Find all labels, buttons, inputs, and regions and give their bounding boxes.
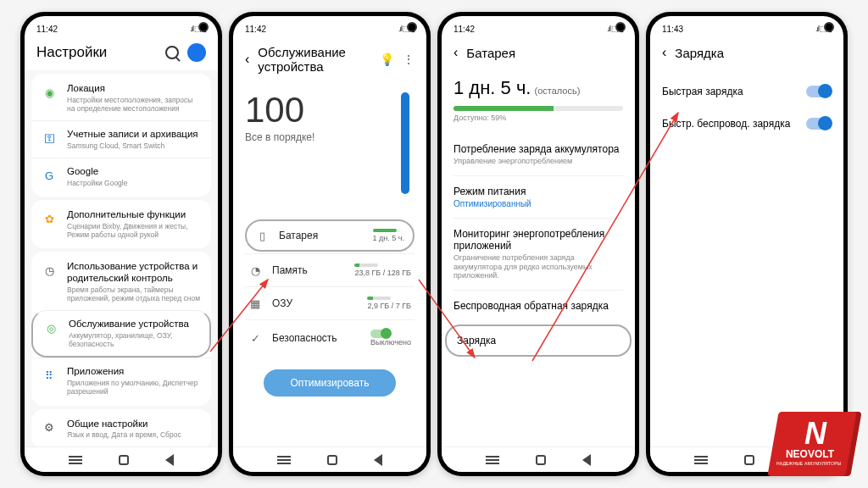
settings-row[interactable]: GGoogleНастройки Google	[31, 158, 211, 195]
more-icon[interactable]: ⋮	[403, 53, 415, 66]
recent-button[interactable]	[486, 459, 499, 461]
battery-remaining: 1 дн. 5 ч.(осталось)	[453, 77, 623, 99]
settings-row[interactable]: ◷Использование устройства и родительский…	[31, 253, 211, 310]
battery-item[interactable]: Потребление заряда аккумулятораУправлени…	[453, 134, 623, 175]
status-bar: 11:42 .ıl ⬚ ▮	[233, 16, 426, 38]
toggle-switch[interactable]	[806, 118, 832, 130]
row-subtitle: Аккумулятор, хранилище, ОЗУ, безопасност…	[69, 331, 199, 348]
settings-row[interactable]: ✿Дополнительные функцииСценарии Bixby, Д…	[31, 202, 211, 247]
page-title: Зарядка	[675, 46, 832, 60]
settings-row[interactable]: ◎Обслуживание устройстваАккумулятор, хра…	[31, 310, 211, 358]
status-bar: 11:42 .ıl ⬚ ▮	[25, 16, 218, 38]
status-time: 11:42	[36, 25, 190, 34]
status-text: Все в порядке!	[245, 131, 314, 143]
device-care-row[interactable]: ▦ОЗУ2,9 ГБ / 7 ГБ	[245, 286, 415, 319]
phone-2: 11:42 .ıl ⬚ ▮ ‹ Обслуживание устройства …	[229, 12, 431, 476]
row-icon: ⚿	[42, 130, 57, 146]
page-title: Батарея	[466, 46, 623, 60]
home-button[interactable]	[119, 455, 129, 465]
row-icon: ◎	[43, 320, 58, 336]
row-icon: ⠿	[42, 368, 57, 383]
camera-cutout	[615, 22, 626, 32]
search-icon[interactable]	[165, 46, 179, 59]
back-nav-button[interactable]	[374, 454, 382, 466]
row-title: Использование устройства и родительский …	[67, 261, 201, 285]
neovolt-logo: N NEOVOLT НАДЕЖНЫЕ АККУМУЛЯТОРЫ	[773, 412, 851, 476]
row-subtitle: Настройки Google	[67, 179, 201, 187]
row-icon: ⚙	[42, 420, 57, 435]
phone-1: 11:42 .ıl ⬚ ▮ Настройки ◉ЛокацияНастройк…	[20, 12, 222, 476]
row-icon: ◔	[248, 264, 262, 277]
battery-item[interactable]: Мониторинг энергопотребления приложенийО…	[453, 218, 623, 290]
home-button[interactable]	[536, 455, 546, 465]
optimize-button[interactable]: Оптимизировать	[264, 369, 397, 396]
row-title: Приложения	[67, 366, 201, 378]
toggle-switch[interactable]	[806, 86, 832, 97]
recent-button[interactable]	[694, 459, 708, 461]
device-care-row[interactable]: ▯Батарея1 дн. 5 ч.	[245, 219, 415, 252]
row-title: Google	[67, 166, 201, 178]
row-subtitle: Приложения по умолчанию, Диспетчер разре…	[67, 379, 201, 396]
score-bar	[401, 92, 409, 194]
camera-cutout	[407, 22, 417, 32]
back-icon[interactable]: ‹	[453, 45, 458, 60]
row-icon: ▦	[248, 297, 262, 310]
row-subtitle: Настройки местоположения, запросы на опр…	[67, 96, 201, 113]
row-subtitle: Время работы экрана, таймеры приложений,…	[67, 286, 201, 302]
row-icon: ◷	[42, 263, 57, 278]
row-icon: ✿	[42, 211, 57, 226]
settings-row[interactable]: ⚿Учетные записи и архивацияSamsung Cloud…	[31, 120, 211, 158]
settings-row[interactable]: ◉ЛокацияНастройки местоположения, запрос…	[31, 75, 211, 120]
battery-item[interactable]: Режим питанияОптимизированный	[453, 175, 623, 218]
settings-row[interactable]: ⠿ПриложенияПриложения по умолчанию, Дисп…	[31, 358, 211, 403]
row-title: Обслуживание устройства	[69, 319, 199, 330]
phone-4: 11:43 .ıl ⬚ ▮ ‹ Зарядка Быстрая зарядкаБ…	[646, 12, 848, 476]
row-subtitle: Язык и ввод, Дата и время, Сброс	[67, 430, 201, 439]
battery-progress	[453, 106, 623, 111]
nav-bar	[25, 446, 218, 472]
bulb-icon[interactable]: 💡	[380, 53, 394, 66]
page-title: Настройки	[36, 44, 107, 61]
row-title: Учетные записи и архивация	[67, 129, 201, 141]
row-subtitle: Samsung Cloud, Smart Switch	[67, 141, 201, 150]
device-score: 100	[245, 92, 314, 128]
row-title: Общие настройки	[67, 419, 201, 430]
device-care-row[interactable]: ✓БезопасностьВыключено	[245, 319, 415, 356]
battery-available: Доступно: 59%	[453, 114, 623, 122]
header: Настройки	[25, 38, 218, 70]
home-button[interactable]	[744, 455, 754, 465]
recent-button[interactable]	[277, 459, 291, 461]
page-title: Обслуживание устройства	[258, 45, 371, 74]
header: ‹ Обслуживание устройства 💡 ⋮	[233, 38, 426, 82]
phone-3: 11:42 .ıl ⬚ ▮ ‹ Батарея 1 дн. 5 ч.(остал…	[437, 12, 639, 476]
back-icon[interactable]: ‹	[662, 45, 666, 60]
recent-button[interactable]	[69, 459, 82, 461]
row-icon: ▯	[255, 230, 269, 242]
home-button[interactable]	[327, 455, 337, 465]
device-care-row[interactable]: ◔Память23,8 ГБ / 128 ГБ	[245, 253, 415, 286]
row-icon: ✓	[248, 332, 262, 345]
charging-row[interactable]: Быстрая зарядка	[662, 75, 832, 108]
row-title: Дополнительные функции	[67, 209, 201, 221]
camera-cutout	[824, 22, 834, 32]
settings-row[interactable]: ⚙Общие настройкиЯзык и ввод, Дата и врем…	[31, 411, 211, 446]
battery-item[interactable]: Зарядка	[445, 324, 632, 357]
toggle[interactable]	[370, 330, 391, 338]
camera-cutout	[198, 22, 209, 32]
row-icon: ◉	[42, 85, 57, 100]
row-subtitle: Сценарии Bixby, Движения и жесты, Режим …	[67, 222, 201, 239]
row-icon: G	[42, 168, 57, 183]
back-icon[interactable]: ‹	[245, 52, 249, 67]
battery-item[interactable]: Беспроводная обратная зарядка	[453, 290, 623, 321]
charging-row[interactable]: Быстр. беспровод. зарядка	[662, 108, 832, 140]
back-nav-button[interactable]	[165, 454, 174, 466]
avatar[interactable]	[187, 43, 206, 62]
row-title: Локация	[67, 83, 201, 95]
back-nav-button[interactable]	[582, 454, 591, 466]
